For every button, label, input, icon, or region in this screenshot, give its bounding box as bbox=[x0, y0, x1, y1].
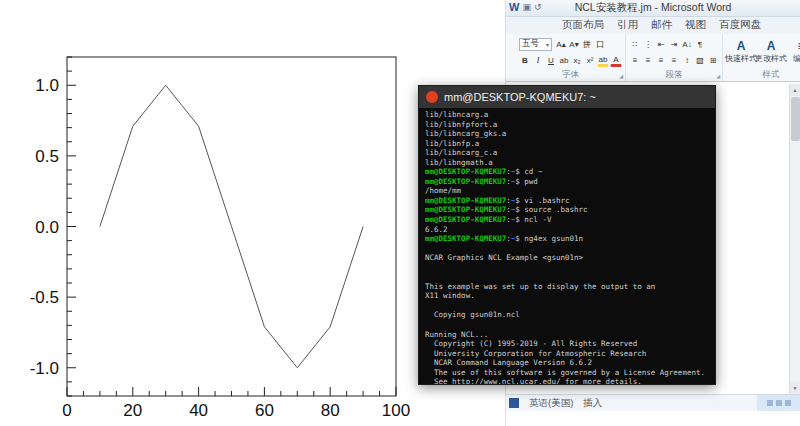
ribbon-tab-bar: 页面布局引用邮件视图百度网盘 bbox=[506, 17, 800, 34]
character-border-button[interactable]: 囗 bbox=[594, 38, 606, 51]
view-mode-icon[interactable] bbox=[785, 400, 791, 406]
svg-text:0.5: 0.5 bbox=[35, 147, 59, 166]
ribbon-tab-4[interactable]: 百度网盘 bbox=[713, 17, 767, 34]
subscript-button[interactable]: x₂ bbox=[571, 54, 583, 67]
svg-text:0: 0 bbox=[62, 401, 71, 420]
group-label-paragraph: 段落 bbox=[629, 68, 719, 81]
text-highlight-color-button[interactable]: ab bbox=[597, 54, 609, 67]
ribbon-tab-1[interactable]: 引用 bbox=[611, 17, 644, 34]
view-mode-icon[interactable] bbox=[767, 400, 773, 406]
italic-button[interactable]: I bbox=[532, 54, 544, 67]
vertical-scrollbar[interactable]: ▲ ▼ bbox=[789, 84, 800, 394]
ribbon: 五号 ▾ A▴A▾拼囗 BIUabx₂x²abA 字体 ◢ ∷⋮⇤⇥A↓¶ ≡≡… bbox=[506, 34, 800, 82]
status-bar: 英语(美国) 插入 bbox=[506, 394, 800, 411]
svg-text:1.0: 1.0 bbox=[35, 76, 59, 95]
grow-font-button[interactable]: A▴ bbox=[555, 38, 567, 51]
bullets-button[interactable]: ∷ bbox=[629, 38, 641, 51]
svg-text:0.0: 0.0 bbox=[35, 218, 59, 237]
sine-curve bbox=[100, 85, 363, 368]
terminal-line bbox=[425, 320, 709, 330]
font-size-value: 五号 bbox=[522, 38, 539, 50]
change-styles-icon: A bbox=[767, 40, 776, 53]
shrink-font-button[interactable]: A▾ bbox=[568, 38, 580, 51]
scroll-up-arrow-icon[interactable]: ▲ bbox=[790, 84, 800, 96]
dialog-launcher-icon[interactable]: ◢ bbox=[716, 73, 720, 79]
svg-text:20: 20 bbox=[123, 401, 142, 420]
terminal-line: Running NCL... bbox=[425, 330, 709, 340]
terminal-line: lib/libncarg.a bbox=[425, 110, 709, 120]
terminal-line: 6.6.2 bbox=[425, 225, 709, 235]
editing-label: 编辑 bbox=[793, 53, 800, 64]
save-icon[interactable]: ▣ bbox=[522, 2, 531, 12]
svg-text:-1.0: -1.0 bbox=[30, 359, 59, 378]
terminal-line: /home/mm bbox=[425, 186, 709, 196]
font-size-combo[interactable]: 五号 ▾ bbox=[519, 38, 552, 51]
shading-button[interactable]: ▧ bbox=[694, 54, 706, 67]
terminal-line bbox=[425, 272, 709, 282]
ribbon-tab-3[interactable]: 视图 bbox=[679, 17, 712, 34]
quick-styles-button[interactable]: A快速样式 bbox=[726, 36, 756, 68]
undo-icon[interactable]: ↺ bbox=[534, 2, 542, 12]
quick-styles-label: 快速样式 bbox=[725, 53, 757, 64]
terminal-line: Copying gsun01n.ncl bbox=[425, 310, 709, 320]
svg-text:60: 60 bbox=[255, 401, 274, 420]
align-right-button[interactable]: ≡ bbox=[655, 54, 667, 67]
align-left-button[interactable]: ≡ bbox=[629, 54, 641, 67]
ncl-plot-window: 0204060801001.00.50.0-0.5-1.0 bbox=[0, 0, 420, 426]
increase-indent-button[interactable]: ⇥ bbox=[668, 38, 680, 51]
terminal-title: mm@DESKTOP-KQMEKU7: ~ bbox=[444, 91, 596, 103]
font-color-button[interactable]: A bbox=[610, 54, 622, 67]
terminal-titlebar[interactable]: mm@DESKTOP-KQMEKU7: ~ bbox=[419, 86, 715, 108]
phonetic-guide-button[interactable]: 拼 bbox=[581, 38, 593, 51]
wsl-terminal-icon bbox=[426, 91, 438, 103]
strikethrough-button[interactable]: ab bbox=[558, 54, 570, 67]
terminal-line: mm@DESKTOP-KQMEKU7:~$ vi .bashrc bbox=[425, 196, 709, 206]
dialog-launcher-icon[interactable]: ◢ bbox=[619, 73, 623, 79]
terminal-line: mm@DESKTOP-KQMEKU7:~$ cd ~ bbox=[425, 167, 709, 177]
numbering-button[interactable]: ⋮ bbox=[642, 38, 654, 51]
svg-text:40: 40 bbox=[189, 401, 208, 420]
scroll-down-arrow-icon[interactable]: ▼ bbox=[790, 382, 800, 394]
underline-button[interactable]: U bbox=[545, 54, 557, 67]
status-insert-mode[interactable]: 插入 bbox=[583, 397, 602, 410]
terminal-line: The use of this software is governed by … bbox=[425, 368, 709, 378]
terminal-line: mm@DESKTOP-KQMEKU7:~$ ng4ex gsun01n bbox=[425, 234, 709, 244]
view-mode-buttons[interactable] bbox=[757, 395, 800, 411]
dropdown-caret-icon: ▾ bbox=[546, 41, 549, 48]
terminal-line: lib/libncarg_gks.a bbox=[425, 129, 709, 139]
borders-button[interactable]: ⊞ bbox=[707, 54, 719, 67]
editing-button[interactable]: ≡编辑 bbox=[786, 36, 800, 68]
paragraph-group: ∷⋮⇤⇥A↓¶ ≡≡≡≡↕▧⊞ 段落 ◢ bbox=[626, 34, 723, 81]
change-styles-button[interactable]: A更改样式 bbox=[756, 36, 786, 68]
justify-button[interactable]: ≡ bbox=[668, 54, 680, 67]
font-group: 五号 ▾ A▴A▾拼囗 BIUabx₂x²abA 字体 ◢ bbox=[516, 34, 626, 81]
terminal-line: lib/libnfp.a bbox=[425, 139, 709, 149]
terminal-line bbox=[425, 263, 709, 273]
word-status-icon bbox=[509, 398, 519, 408]
bold-button[interactable]: B bbox=[519, 54, 531, 67]
align-center-button[interactable]: ≡ bbox=[642, 54, 654, 67]
line-spacing-button[interactable]: ↕ bbox=[681, 54, 693, 67]
ribbon-tab-2[interactable]: 邮件 bbox=[645, 17, 678, 34]
terminal-line: lib/libncarg_c.a bbox=[425, 148, 709, 158]
terminal-line: mm@DESKTOP-KQMEKU7:~$ ncl -V bbox=[425, 215, 709, 225]
decrease-indent-button[interactable]: ⇤ bbox=[655, 38, 667, 51]
terminal-output[interactable]: lib/libncarg.alib/libnfpfort.alib/libnca… bbox=[419, 108, 715, 384]
word-title: NCL安装教程.jm - Microsoft Word bbox=[575, 1, 732, 15]
scroll-thumb[interactable] bbox=[791, 97, 800, 141]
sort-button[interactable]: A↓ bbox=[681, 38, 693, 51]
terminal-line bbox=[425, 244, 709, 254]
terminal-line: lib/libnfpfort.a bbox=[425, 120, 709, 130]
terminal-line: NCAR Command Language Version 6.6.2 bbox=[425, 358, 709, 368]
status-language[interactable]: 英语(美国) bbox=[529, 397, 573, 410]
superscript-button[interactable]: x² bbox=[584, 54, 596, 67]
terminal-line: NCAR Graphics NCL Example <gsun01n> bbox=[425, 253, 709, 263]
show-formatting-marks-button[interactable]: ¶ bbox=[694, 38, 706, 51]
word-logo-icon: W bbox=[509, 1, 519, 13]
view-mode-icon[interactable] bbox=[776, 400, 782, 406]
terminal-line: mm@DESKTOP-KQMEKU7:~$ pwd bbox=[425, 177, 709, 187]
terminal-line: lib/libngmath.a bbox=[425, 158, 709, 168]
word-titlebar[interactable]: W ▣ ↺ NCL安装教程.jm - Microsoft Word bbox=[506, 0, 800, 17]
terminal-line: Copyright (C) 1995-2019 - All Rights Res… bbox=[425, 339, 709, 349]
ribbon-tab-0[interactable]: 页面布局 bbox=[556, 17, 610, 34]
